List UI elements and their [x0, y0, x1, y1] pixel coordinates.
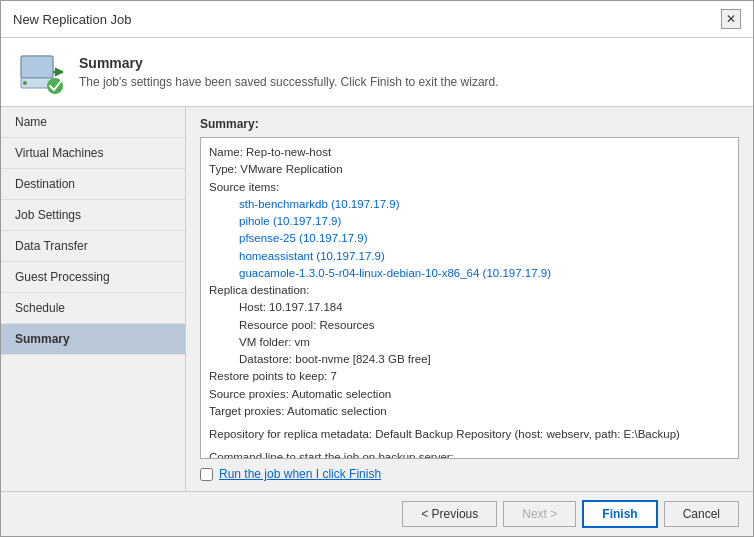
close-button[interactable]: ✕	[721, 9, 741, 29]
title-bar: New Replication Job ✕	[1, 1, 753, 38]
sidebar-item-guest-processing[interactable]: Guest Processing	[1, 262, 185, 293]
sidebar-item-virtual-machines[interactable]: Virtual Machines	[1, 138, 185, 169]
summary-line: Datastore: boot-nvme [824.3 GB free]	[209, 351, 730, 368]
header-text: Summary The job's settings have been sav…	[79, 55, 499, 89]
checkbox-row: Run the job when I click Finish	[200, 467, 739, 481]
summary-line: sth-benchmarkdb (10.197.17.9)	[209, 196, 730, 213]
sidebar-item-destination[interactable]: Destination	[1, 169, 185, 200]
cancel-button[interactable]: Cancel	[664, 501, 739, 527]
summary-line: pfsense-25 (10.197.17.9)	[209, 230, 730, 247]
content-area: NameVirtual MachinesDestinationJob Setti…	[1, 107, 753, 491]
summary-line: Command line to start the job on backup …	[209, 449, 730, 459]
sidebar: NameVirtual MachinesDestinationJob Setti…	[1, 107, 186, 491]
summary-line: Replica destination:	[209, 282, 730, 299]
dialog-title: New Replication Job	[13, 12, 132, 27]
run-on-finish-checkbox[interactable]	[200, 468, 213, 481]
header-subtitle: The job's settings have been saved succe…	[79, 75, 499, 89]
new-replication-job-dialog: New Replication Job ✕ Summary The job's …	[0, 0, 754, 537]
summary-line: VM folder: vm	[209, 334, 730, 351]
sidebar-item-data-transfer[interactable]: Data Transfer	[1, 231, 185, 262]
summary-line: Repository for replica metadata: Default…	[209, 426, 730, 443]
summary-line: Resource pool: Resources	[209, 317, 730, 334]
summary-line: Type: VMware Replication	[209, 161, 730, 178]
svg-rect-0	[21, 56, 53, 78]
footer: < Previous Next > Finish Cancel	[1, 491, 753, 536]
previous-button[interactable]: < Previous	[402, 501, 497, 527]
summary-line: Host: 10.197.17.184	[209, 299, 730, 316]
summary-line: Target proxies: Automatic selection	[209, 403, 730, 420]
sidebar-item-schedule[interactable]: Schedule	[1, 293, 185, 324]
header-title: Summary	[79, 55, 499, 71]
svg-point-2	[23, 81, 27, 85]
sidebar-item-name[interactable]: Name	[1, 107, 185, 138]
header-section: Summary The job's settings have been sav…	[1, 38, 753, 107]
summary-box[interactable]: Name: Rep-to-new-hostType: VMware Replic…	[200, 137, 739, 459]
finish-button[interactable]: Finish	[582, 500, 657, 528]
summary-line: pihole (10.197.17.9)	[209, 213, 730, 230]
sidebar-item-job-settings[interactable]: Job Settings	[1, 200, 185, 231]
summary-line: Restore points to keep: 7	[209, 368, 730, 385]
summary-line: Source proxies: Automatic selection	[209, 386, 730, 403]
summary-line: Name: Rep-to-new-host	[209, 144, 730, 161]
summary-line: homeassistant (10.197.17.9)	[209, 248, 730, 265]
main-content: Summary: Name: Rep-to-new-hostType: VMwa…	[186, 107, 753, 491]
summary-line: guacamole-1.3.0-5-r04-linux-debian-10-x8…	[209, 265, 730, 282]
summary-section-title: Summary:	[200, 117, 739, 131]
sidebar-item-summary[interactable]: Summary	[1, 324, 185, 355]
summary-line: Source items:	[209, 179, 730, 196]
wizard-icon	[17, 48, 65, 96]
next-button[interactable]: Next >	[503, 501, 576, 527]
run-on-finish-label[interactable]: Run the job when I click Finish	[219, 467, 381, 481]
